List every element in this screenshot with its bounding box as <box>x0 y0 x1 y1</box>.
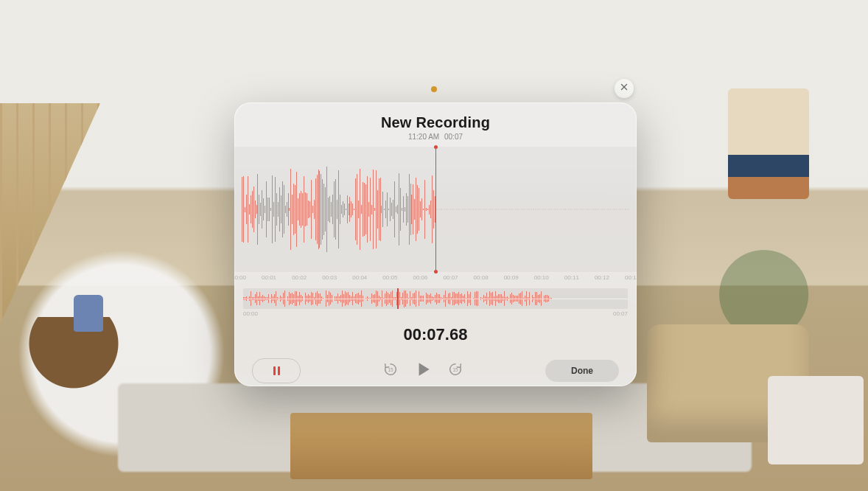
waveform-overview[interactable] <box>243 288 628 309</box>
transport-controls: 15 15 Done <box>234 352 637 386</box>
recording-title[interactable]: New Recording <box>234 114 637 131</box>
background-chair <box>647 324 809 442</box>
overview-centerline <box>243 299 628 299</box>
background-mug <box>74 295 103 332</box>
time-tick: 00:09 <box>504 274 519 281</box>
skip-forward-15-button[interactable]: 15 <box>444 360 466 382</box>
pause-icon <box>278 366 280 375</box>
time-tick: 00:04 <box>352 274 367 281</box>
pause-record-button[interactable] <box>252 358 301 383</box>
window-close-button[interactable] <box>615 79 634 98</box>
window-grabber-dot-icon[interactable] <box>431 86 437 92</box>
recording-subheader: 11:20 AM 00:07 <box>234 133 637 141</box>
background-stairs <box>0 103 147 324</box>
svg-text:15: 15 <box>388 367 393 372</box>
time-tick: 00:01 <box>262 274 276 281</box>
time-tick: 00:07 <box>444 274 458 281</box>
play-button[interactable] <box>412 360 434 382</box>
time-tick: 00:06 <box>413 274 427 281</box>
voice-recorder-window: New Recording 11:20 AM 00:07 00:0000:010… <box>234 102 637 386</box>
waveform-main[interactable] <box>234 147 637 272</box>
background-sidetable <box>768 376 864 464</box>
recorder-header: New Recording 11:20 AM 00:07 <box>234 102 637 141</box>
svg-text:15: 15 <box>452 367 458 372</box>
time-tick: 00:13 <box>625 274 637 281</box>
skip-back-15-button[interactable]: 15 <box>379 360 402 382</box>
time-tick: 00:11 <box>564 274 579 281</box>
recording-duration: 00:07 <box>444 133 463 141</box>
overview-playhead[interactable] <box>397 288 399 309</box>
time-tick: 00:10 <box>534 274 549 281</box>
overview-labels: 00:00 00:07 <box>243 310 628 319</box>
time-tick: 00:12 <box>595 274 609 281</box>
overview-end-label: 00:07 <box>613 310 628 317</box>
skip-back-icon: 15 <box>382 361 399 380</box>
done-button-label: Done <box>571 366 593 376</box>
background-rug <box>118 383 752 472</box>
pause-icon <box>273 366 276 375</box>
close-icon <box>619 82 629 95</box>
background-coffee-table <box>290 413 592 479</box>
recording-timestamp: 11:20 AM <box>408 133 439 141</box>
time-tick: 00:02 <box>292 274 307 281</box>
background-stool <box>15 317 133 450</box>
time-tick: 00:05 <box>382 274 397 281</box>
waveform-time-ruler: 00:0000:0100:0200:0300:0400:0500:0600:07… <box>234 272 637 285</box>
time-tick: 00:08 <box>474 274 489 281</box>
time-tick: 00:03 <box>322 274 337 281</box>
background-wallart <box>728 88 809 199</box>
playhead-indicator[interactable] <box>435 147 436 272</box>
done-button[interactable]: Done <box>545 360 619 382</box>
time-tick: 00:00 <box>234 274 246 281</box>
play-icon <box>413 360 433 382</box>
current-time-readout: 00:07.68 <box>234 325 637 344</box>
overview-start-label: 00:00 <box>243 310 258 317</box>
skip-forward-icon: 15 <box>447 361 463 380</box>
